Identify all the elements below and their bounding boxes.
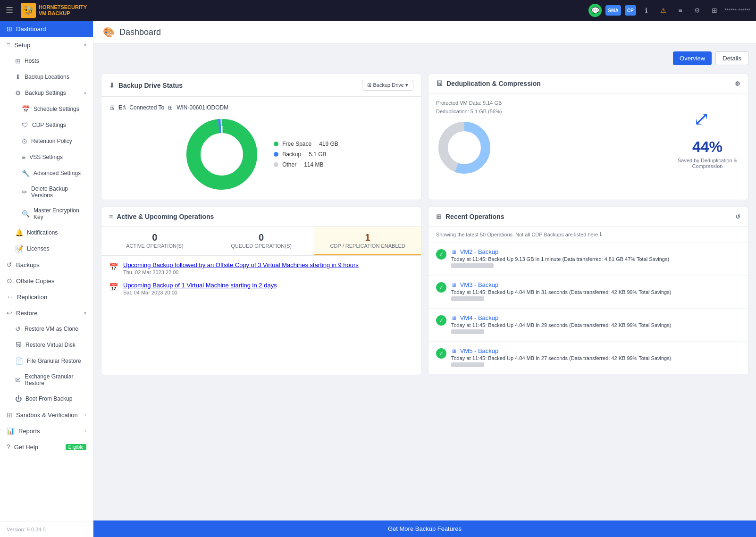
hosts-icon: ⊞	[15, 57, 21, 65]
sma-badge[interactable]: SMA	[605, 5, 621, 16]
recent-ops-title: Recent Operations	[445, 213, 504, 220]
sidebar-item-cdp-settings[interactable]: 🛡 CDP Settings	[0, 117, 93, 133]
sidebar-item-sandbox[interactable]: ⊞ Sandbox & Verification ›	[0, 407, 93, 423]
recent-item-vm4-content: 🖥 VM4 - Backup Today at 11:45: Backed Up…	[451, 314, 740, 336]
sidebar-label-dashboard: Dashboard	[16, 25, 86, 33]
sidebar-label-exchange: Exchange Granular Restore	[25, 373, 86, 386]
backup-drive-button[interactable]: ⊞ Backup Drive ▾	[362, 80, 413, 91]
recent-item-vm2: ✓ 🖥 VM2 - Backup Today at 11:45: Backed …	[428, 243, 748, 276]
cp-badge[interactable]: CP	[625, 5, 636, 16]
dedup-percentage: 44%	[692, 138, 722, 156]
backups-icon: ↺	[7, 261, 12, 268]
dedup-arrows-icon: ⤢	[693, 107, 722, 134]
sidebar-item-hosts[interactable]: ⊞ Hosts	[0, 53, 93, 69]
connected-host: WIN-00601IODODM	[176, 104, 228, 111]
hamburger-icon[interactable]: ☰	[6, 5, 13, 16]
sidebar-item-notifications[interactable]: 🔔 Notifications	[0, 225, 93, 241]
vm5-icon: 🖥	[451, 348, 456, 354]
details-button[interactable]: Details	[715, 51, 748, 65]
backup-locations-icon: ⬇	[15, 73, 21, 81]
vm2-icon: 🖥	[451, 249, 456, 255]
sidebar-item-restore-clone[interactable]: ↺ Restore VM as Clone	[0, 321, 93, 337]
dedup-settings-icon[interactable]: ⚙	[735, 80, 740, 87]
recent-item-vm3: ✓ 🖥 VM3 - Backup Today at 11:45: Backed …	[428, 276, 748, 309]
main-content: 🎨 Dashboard Overview Details ⬇ Backup Dr…	[93, 21, 756, 537]
dedup-title: Deduplication & Compression	[446, 80, 541, 87]
sidebar-label-notifications: Notifications	[27, 229, 86, 236]
recent-item-vm5-title: 🖥 VM5 - Backup	[451, 347, 740, 354]
sidebar-item-backups[interactable]: ↺ Backups	[0, 257, 93, 273]
sidebar-item-schedule-settings[interactable]: 📅 Schedule Settings	[0, 101, 93, 117]
sidebar-item-replication[interactable]: ↔ Replication	[0, 289, 93, 305]
sidebar-item-file-granular[interactable]: 📄 File Granular Restore	[0, 353, 93, 369]
sidebar-item-licenses[interactable]: 📝 Licenses	[0, 241, 93, 257]
sidebar-item-exchange-granular[interactable]: ✉ Exchange Granular Restore	[0, 369, 93, 391]
restore-clone-icon: ↺	[15, 325, 21, 333]
active-ops-header: ≡ Active & Upcoming Operations	[101, 207, 421, 227]
recent-item-vm2-content: 🖥 VM2 - Backup Today at 11:45: Backed Up…	[451, 248, 740, 269]
schedule-icon: 📅	[22, 105, 30, 113]
recent-ops-icon: ⊞	[436, 213, 442, 220]
ops-tab-active[interactable]: 0 ACTIVE OPERATION(S)	[101, 227, 208, 255]
sidebar-item-backup-locations[interactable]: ⬇ Backup Locations	[0, 69, 93, 85]
recent-ops-note: Showing the latest 50 Operations. Not al…	[428, 227, 748, 243]
sidebar-item-dashboard[interactable]: ⊞ Dashboard	[0, 21, 93, 37]
overview-button[interactable]: Overview	[673, 51, 712, 65]
sidebar-item-restore-disk[interactable]: 🖫 Restore Virtual Disk	[0, 337, 93, 353]
ops-tab-cdp[interactable]: 1 CDP / REPLICATION ENABLED	[314, 227, 421, 255]
ops-item-2-link[interactable]: Upcoming Backup of 1 Virtual Machine sta…	[123, 282, 277, 289]
sidebar-label-sandbox: Sandbox & Verification	[16, 411, 81, 419]
chat-icon[interactable]: 💬	[588, 4, 602, 17]
sidebar-item-get-help[interactable]: ? Get Help Eligible	[0, 439, 93, 455]
sidebar-label-backup-settings: Backup Settings	[25, 90, 80, 96]
cards-row-2: ≡ Active & Upcoming Operations 0 ACTIVE …	[101, 207, 748, 375]
page-header-icon: 🎨	[103, 26, 115, 38]
licenses-icon: 📝	[15, 245, 23, 252]
ops-item-1-link[interactable]: Upcoming Backup followed by an Offsite C…	[123, 261, 359, 268]
sidebar-item-offsite-copies[interactable]: ⊙ Offsite Copies	[0, 273, 93, 289]
dedup-stat-label: Deduplication:	[436, 109, 469, 114]
sidebar-label-offsite: Offsite Copies	[16, 277, 86, 285]
windows-icon[interactable]: ⊞	[708, 4, 721, 17]
ops-tab-queued[interactable]: 0 QUEUED OPERATION(S)	[208, 227, 315, 255]
sidebar-label-setup: Setup	[14, 42, 80, 49]
app-body: ⊞ Dashboard ≡ Setup ▾ ⊞ Hosts ⬇ Backup L…	[0, 21, 756, 537]
sidebar-item-delete-backup[interactable]: ✏ Delete Backup Versions	[0, 181, 93, 203]
alert-icon[interactable]: ⚠	[657, 4, 670, 17]
connected-label: Connected To	[129, 104, 164, 111]
page-title: Dashboard	[119, 27, 161, 37]
backup-drive-card: ⬇ Backup Drive Status ⊞ Backup Drive ▾ 🖨…	[101, 74, 421, 200]
sidebar-item-boot-backup[interactable]: ⏻ Boot From Backup	[0, 391, 93, 407]
sidebar-item-advanced-settings[interactable]: 🔧 Advanced Settings	[0, 165, 93, 181]
sandbox-icon: ⊞	[7, 411, 12, 419]
sidebar-item-backup-settings[interactable]: ⚙ Backup Settings ▾	[0, 85, 93, 101]
gear-icon[interactable]: ⚙	[691, 4, 704, 17]
recent-item-vm2-title: 🖥 VM2 - Backup	[451, 248, 740, 255]
sidebar-label-restore-clone: Restore VM as Clone	[25, 326, 86, 332]
recent-item-vm5-check: ✓	[436, 348, 446, 359]
sandbox-arrow: ›	[85, 412, 86, 418]
recent-ops-refresh-icon[interactable]: ↺	[735, 213, 740, 220]
sidebar-label-restore-disk: Restore Virtual Disk	[25, 342, 86, 348]
list-icon[interactable]: ≡	[674, 4, 687, 17]
sidebar-label-boot: Boot From Backup	[25, 395, 86, 402]
sidebar-label-schedule: Schedule Settings	[34, 106, 86, 112]
protected-vm-value: 9.14 GB	[483, 100, 502, 106]
get-more-features-banner[interactable]: Get More Backup Features	[93, 520, 756, 537]
sidebar-item-setup[interactable]: ≡ Setup ▾	[0, 37, 93, 53]
sidebar-item-retention-policy[interactable]: ⊙ Retention Policy	[0, 133, 93, 149]
dedup-stat-value: 5.1 GB (56%)	[470, 109, 502, 114]
backup-drive-donut	[184, 117, 260, 192]
notifications-icon: 🔔	[15, 229, 23, 236]
sidebar-item-restore[interactable]: ↩ Restore ▾	[0, 305, 93, 321]
dedup-labels: Protected VM Data: 9.14 GB Deduplication…	[436, 99, 674, 116]
setup-arrow: ▾	[84, 42, 86, 48]
info-icon[interactable]: ℹ	[640, 4, 653, 17]
sidebar-item-vss-settings[interactable]: ≡ VSS Settings	[0, 149, 93, 165]
sidebar-label-backup-locations: Backup Locations	[25, 74, 86, 80]
sidebar-submenu-backup-settings: 📅 Schedule Settings 🛡 CDP Settings ⊙ Ret…	[0, 101, 93, 225]
backup-drive-header-icon: ⬇	[109, 82, 115, 89]
sidebar-item-reports[interactable]: 📊 Reports ›	[0, 423, 93, 439]
sidebar-item-master-encryption[interactable]: 🔍 Master Encryption Key	[0, 203, 93, 225]
top-buttons: Overview Details	[101, 51, 748, 65]
